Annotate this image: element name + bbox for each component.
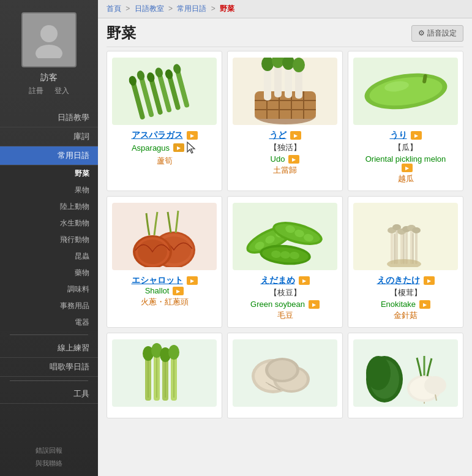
gourd-en: Oriental pickling melon	[365, 154, 446, 164]
vocab-card-bottom1	[107, 333, 222, 418]
avatar	[21, 12, 77, 67]
enoki-sound-btn[interactable]	[424, 276, 435, 285]
sidebar-item-tools[interactable]: 工具	[0, 385, 98, 404]
sidebar-sub-seasoning[interactable]: 調味料	[0, 281, 98, 298]
username-label: 訪客	[40, 72, 58, 83]
breadcrumb-sep-3: >	[211, 4, 217, 13]
svg-rect-59	[405, 229, 408, 264]
udo-en-sound-btn[interactable]	[288, 155, 299, 164]
asparagus-zh: 蘆筍	[157, 156, 173, 167]
asparagus-en-sound-btn[interactable]	[173, 143, 184, 152]
svg-point-0	[40, 25, 58, 42]
sidebar-item-online-practice[interactable]: 線上練習	[0, 339, 98, 358]
svg-point-99	[424, 376, 446, 395]
sidebar-contact[interactable]: 與我聯絡	[0, 457, 98, 470]
gourd-illustration	[357, 61, 455, 122]
vocab-card-bottom2	[227, 333, 343, 418]
sidebar-sub-vegetables[interactable]: 野菜	[0, 165, 98, 182]
enoki-jp-kana: えのきたけ	[377, 275, 420, 286]
sidebar-bottom: 錯誤回報 與我聯絡	[0, 444, 98, 476]
sidebar-sub-flying-animals[interactable]: 飛行動物	[0, 232, 98, 248]
shallot-zh: 火蔥・紅蔥頭	[141, 297, 189, 308]
nav-divider-2	[10, 380, 88, 381]
celery-illustration	[116, 342, 214, 404]
sidebar-nav: 日語教學 庫詞 常用日語 野菜 果物 陸上動物 水生動物 飛行動物 昆蟲 藥物 …	[0, 108, 98, 404]
breadcrumb-common-jp[interactable]: 常用日語	[177, 4, 206, 13]
sidebar-item-dictionary[interactable]: 庫詞	[0, 127, 98, 146]
sidebar-item-common-jp[interactable]: 常用日語	[0, 146, 98, 165]
edamame-sound-btn[interactable]	[299, 276, 310, 285]
sidebar-sub-water-animals[interactable]: 水生動物	[0, 215, 98, 232]
edamame-zh: 毛豆	[277, 310, 293, 321]
asparagus-sound-btn[interactable]	[187, 131, 198, 140]
sidebar-error-report[interactable]: 錯誤回報	[0, 444, 98, 457]
vocab-card-udo: うど 【独活】 Udo 土當歸	[227, 51, 343, 191]
gourd-sound-btn[interactable]	[411, 131, 422, 140]
cursor-icon	[186, 141, 197, 154]
gourd-jp-line: うり	[390, 130, 422, 141]
svg-point-29	[282, 58, 294, 70]
vocab-card-shallot: エシャロット Shallot 火蔥・紅蔥頭	[107, 196, 222, 328]
enoki-jp-line: えのきたけ	[377, 275, 435, 286]
sidebar-sub-electronics[interactable]: 電器	[0, 314, 98, 331]
vocab-image-gourd	[353, 58, 458, 125]
asparagus-illustration	[116, 61, 214, 122]
udo-illustration	[236, 58, 334, 125]
asparagus-en: Asparagus	[132, 143, 170, 153]
sidebar-sub-office[interactable]: 事務用品	[0, 298, 98, 314]
breadcrumb-home[interactable]: 首頁	[107, 4, 121, 13]
shallot-en-sound-btn[interactable]	[173, 287, 184, 295]
svg-point-30	[293, 58, 305, 72]
breadcrumb-jp-school[interactable]: 日語教室	[135, 4, 164, 13]
svg-rect-62	[394, 233, 395, 264]
shallot-sound-btn[interactable]	[187, 276, 198, 285]
enoki-en-line: Enokitake	[381, 300, 430, 309]
vocab-image-bottom3	[353, 339, 458, 407]
main-content: 首頁 > 日語教室 > 常用日語 > 野菜 野菜 ⚙ 語音設定	[98, 0, 472, 476]
edamame-illustration	[236, 206, 334, 267]
audio-settings-button[interactable]: ⚙ 語音設定	[411, 25, 463, 42]
udo-zh: 土當歸	[273, 165, 297, 176]
udo-sound-btn[interactable]	[290, 131, 301, 140]
gear-icon: ⚙	[418, 29, 425, 37]
login-link[interactable]: 登入	[54, 86, 69, 95]
sidebar-sub-insects[interactable]: 昆蟲	[0, 248, 98, 265]
udo-jp-kana: うど	[269, 130, 287, 141]
user-silhouette-icon	[31, 21, 67, 58]
register-link[interactable]: 註冊	[29, 86, 43, 95]
enoki-illustration	[357, 206, 455, 267]
udo-kanji: 【独活】	[269, 142, 301, 153]
sidebar-sub-fruits[interactable]: 果物	[0, 182, 98, 198]
sidebar-item-jp-learning[interactable]: 日語教學	[0, 108, 98, 127]
vocab-card-bottom3	[348, 333, 463, 418]
vocab-image-bottom1	[112, 339, 217, 407]
shallot-en: Shallot	[145, 286, 170, 295]
shallot-jp-line: エシャロット	[132, 275, 198, 286]
sidebar-sub-land-animals[interactable]: 陸上動物	[0, 198, 98, 215]
vocab-card-asparagus: アスパラガス Asparagus 蘆筍	[107, 51, 222, 191]
vocab-image-bottom2	[233, 339, 337, 407]
edamame-en-sound-btn[interactable]	[309, 300, 320, 309]
vocab-image-enokitake	[353, 203, 458, 270]
sidebar-sub-medicine[interactable]: 藥物	[0, 265, 98, 281]
edamame-jp-line: えだまめ	[261, 275, 310, 286]
edamame-jp-kana: えだまめ	[261, 275, 295, 286]
svg-point-70	[412, 227, 421, 233]
avatar-area: 訪客 註冊 登入	[0, 0, 98, 102]
sidebar-item-songs[interactable]: 唱歌學日語	[0, 358, 98, 377]
asparagus-jp-kana: アスパラガス	[132, 130, 183, 141]
enoki-en: Enokitake	[381, 300, 416, 309]
enoki-en-sound-btn[interactable]	[419, 300, 430, 309]
svg-point-96	[366, 356, 391, 390]
turnip-illustration	[357, 342, 455, 404]
mushroom-illustration	[236, 342, 334, 404]
asparagus-jp-line: アスパラガス	[132, 130, 198, 141]
shallot-jp-kana: エシャロット	[132, 275, 183, 286]
svg-point-1	[36, 45, 62, 58]
vocab-image-asparagus	[112, 58, 217, 125]
shallot-illustration	[116, 206, 214, 267]
user-auth-links[interactable]: 註冊 登入	[29, 86, 70, 96]
enoki-kanji: 【榎茸】	[390, 287, 422, 298]
gourd-en-sound-btn[interactable]	[402, 164, 413, 172]
asparagus-en-line: Asparagus	[132, 141, 197, 154]
